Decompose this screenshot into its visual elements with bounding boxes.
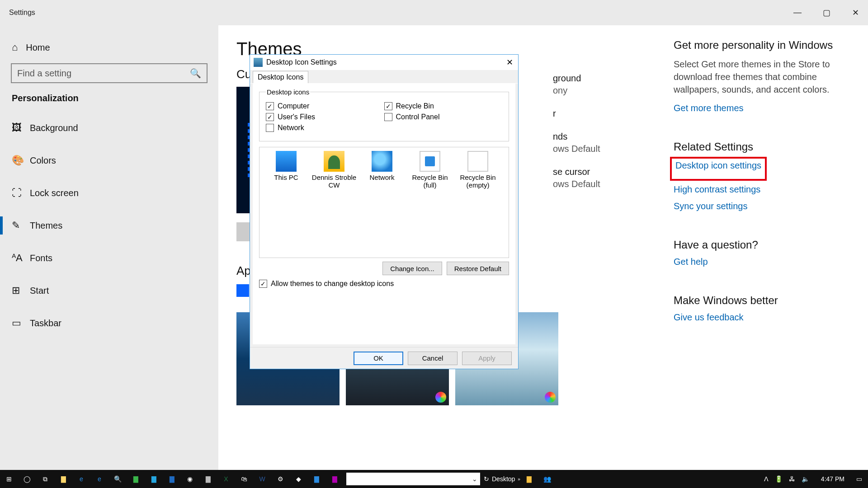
group-label: Desktop icons [266,88,310,96]
link-desktop-icon-settings[interactable]: Desktop icon settings [675,160,761,171]
taskbar-app[interactable]: e [90,470,108,488]
picture-icon: 🖼 [12,122,30,134]
taskbar-app[interactable]: ▇ [199,470,217,488]
checkbox-computer[interactable]: ✓Computer [266,102,384,110]
checkbox-users-files[interactable]: ✓User's Files [266,113,384,121]
address-toolbar[interactable]: ⌄ [346,473,480,485]
taskview-icon: ⧉ [43,475,47,483]
dialog-titlebar[interactable]: Desktop Icon Settings ✕ [250,55,518,70]
taskbar-app[interactable]: ◆ [289,470,307,488]
volume-icon[interactable]: 🔈 [802,475,809,483]
system-tray: ᐱ 🔋 🖧 🔈 [758,475,816,483]
cortana-icon: ◯ [24,475,31,483]
icon-network[interactable]: Network [358,151,406,189]
link-get-help[interactable]: Get help [674,257,708,267]
recycle-bin-empty-icon [467,151,488,172]
tab-desktop-icons[interactable]: Desktop Icons [253,71,308,83]
link-sync-settings[interactable]: Sync your settings [674,201,747,211]
icon-this-pc[interactable]: This PC [262,151,310,189]
cortana-button[interactable]: ◯ [18,470,36,488]
close-button[interactable]: ✕ [850,8,861,18]
sidebar-item-fonts[interactable]: ᴬAFonts [11,242,208,274]
link-high-contrast[interactable]: High contrast settings [674,184,760,195]
link-feedback[interactable]: Give us feedback [674,312,744,323]
start-button[interactable]: ⊞ [0,470,18,488]
app-icon: ▇ [332,475,337,483]
sidebar-item-colors[interactable]: 🎨Colors [11,144,208,177]
search-placeholder: Find a setting [17,68,190,79]
icon-recycle-empty[interactable]: Recycle Bin (empty) [454,151,502,189]
taskbar-app[interactable]: 🔍 [108,470,127,488]
icon-preview[interactable]: This PC Dennis Stroble CW Network Recycl… [259,147,509,258]
network-icon [372,151,392,172]
app-icon: ▇ [133,475,138,483]
theme-color[interactable]: r [553,108,600,119]
taskbar-app[interactable]: ▇ [54,470,72,488]
taskbar-app[interactable]: ▇ [307,470,326,488]
checkbox-recycle-bin[interactable]: ✓Recycle Bin [384,102,503,110]
restore-default-button[interactable]: Restore Default [447,262,509,275]
search-icon: 🔍 [114,475,122,483]
sidebar-item-start[interactable]: ⊞Start [11,274,208,307]
address-go[interactable]: ↻Desktop» [484,475,520,483]
taskbar-app[interactable]: ▇ [326,470,344,488]
taskbar-icon: ▭ [12,317,30,329]
icon-user-files[interactable]: Dennis Stroble CW [310,151,358,189]
checkbox-control-panel[interactable]: Control Panel [384,113,503,121]
taskbar-app[interactable]: ⚙ [271,470,289,488]
theme-props: groundony r ndsows Default se cursorows … [553,73,600,189]
taskbar-clock[interactable]: 4:47 PM [816,475,850,483]
palette-icon: 🎨 [12,155,30,166]
tray-app[interactable]: ▇ [520,470,538,488]
tray-up-icon[interactable]: ᐱ [764,475,769,483]
dialog-close-button[interactable]: ✕ [504,57,515,67]
icon-recycle-full[interactable]: Recycle Bin (full) [406,151,454,189]
battery-icon[interactable]: 🔋 [775,475,783,483]
sidebar-item-taskbar[interactable]: ▭Taskbar [11,307,208,339]
nav-home[interactable]: ⌂ Home [11,37,208,61]
dialog-footer: OK Cancel Apply [250,347,518,369]
action-center-button[interactable]: ▭ [850,470,868,488]
taskview-button[interactable]: ⧉ [36,470,54,488]
theme-background[interactable]: groundony [553,73,600,96]
checkbox-network[interactable]: Network [266,124,384,132]
ok-button[interactable]: OK [354,352,403,365]
taskbar-app[interactable]: 🛍 [235,470,253,488]
store-icon[interactable] [236,284,249,297]
taskbar-app[interactable]: X [217,470,235,488]
window-controls: — ▢ ✕ [792,8,861,18]
app-icon: ▇ [206,475,211,483]
excel-icon: X [224,475,228,483]
dialog-title: Desktop Icon Settings [266,58,504,66]
taskbar-app[interactable]: ◉ [181,470,199,488]
taskbar-app[interactable]: W [253,470,271,488]
action-center-icon: ▭ [856,475,862,483]
sidebar-item-label: Themes [30,221,62,231]
minimize-button[interactable]: — [792,8,803,18]
app-icon: ▇ [314,475,319,483]
sidebar-item-label: Lock screen [30,188,79,198]
taskbar-app[interactable]: e [72,470,90,488]
sidebar-item-background[interactable]: 🖼Background [11,112,208,144]
people-button[interactable]: 👥 [538,470,557,488]
search-input[interactable]: Find a setting 🔍 [11,63,208,83]
apply-button[interactable]: Apply [462,352,512,365]
sidebar-item-themes[interactable]: ✎Themes [11,209,208,242]
side-panel: Get more personality in Windows Select G… [665,39,841,470]
theme-cursor[interactable]: se cursorows Default [553,167,600,189]
checkbox-allow-themes[interactable]: ✓Allow themes to change desktop icons [259,280,509,288]
maximize-button[interactable]: ▢ [821,8,832,18]
sidebar-item-lockscreen[interactable]: ⛶Lock screen [11,177,208,209]
dialog-icon [254,58,263,67]
change-icon-button[interactable]: Change Icon... [382,262,442,275]
people-icon: 👥 [543,475,551,483]
network-tray-icon[interactable]: 🖧 [789,475,795,483]
sidebar-item-label: Background [30,123,78,133]
sidebar-item-label: Start [30,286,49,296]
taskbar-app[interactable]: ▇ [145,470,163,488]
link-get-more-themes[interactable]: Get more themes [674,103,744,113]
taskbar-app[interactable]: ▇ [127,470,145,488]
theme-sounds[interactable]: ndsows Default [553,131,600,154]
cancel-button[interactable]: Cancel [408,352,458,365]
taskbar-app[interactable]: ▇ [163,470,181,488]
